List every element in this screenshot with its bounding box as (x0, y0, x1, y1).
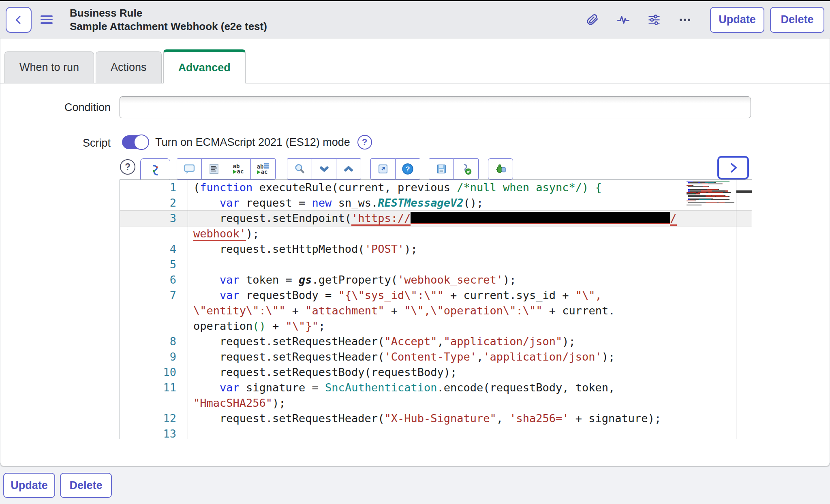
code-text: request.setEndpoint('https:/// (188, 211, 677, 226)
find-previous-button[interactable] (336, 158, 361, 179)
line-number (120, 226, 188, 241)
code-line: 4request.setHttpMethod('POST'); (120, 241, 752, 257)
code-line: 6var token = gs.getProperty('webhook_sec… (120, 272, 752, 288)
chevron-left-icon (13, 14, 25, 26)
attachment-icon[interactable] (584, 12, 601, 28)
line-number: 9 (120, 349, 188, 365)
expand-editor-button[interactable] (717, 156, 749, 179)
code-text: var requestBody = "{\"sys_id\":\"" + cur… (188, 288, 602, 303)
code-text: var signature = SncAuthentication.encode… (188, 380, 615, 395)
editor-minimap[interactable] (687, 181, 736, 206)
line-number (120, 318, 188, 334)
business-rule-form: Business Rule Sample Attachment Webhook … (0, 0, 830, 504)
script-code-editor[interactable]: 1(function executeRule(current, previous… (120, 179, 752, 439)
tab-bar: When to run Actions Advanced (0, 49, 830, 83)
code-line: webhook'); (120, 226, 752, 241)
code-line: 3request.setEndpoint('https:/// (120, 211, 752, 226)
code-line: 13 (120, 426, 752, 439)
line-number: 6 (120, 272, 188, 288)
line-number: 11 (120, 380, 188, 395)
code-text (188, 257, 193, 272)
format-code-button[interactable] (201, 158, 227, 179)
line-number: 3 (120, 211, 188, 226)
record-type-title: Business Rule (70, 6, 267, 20)
record-name-title: Sample Attachment Webhook (e2e test) (70, 20, 267, 33)
script-label: Script (0, 137, 111, 149)
editor-help-icon[interactable]: ? (120, 159, 135, 175)
help-circle-blue-icon: ? (401, 162, 414, 175)
chevron-up-icon (342, 163, 355, 175)
tab-advanced[interactable]: Advanced (163, 49, 246, 83)
chevron-down-icon (318, 163, 330, 175)
condition-input[interactable] (120, 96, 751, 118)
toggle-comment-button[interactable] (177, 158, 202, 179)
activity-stream-icon[interactable] (615, 12, 631, 28)
code-text: (function executeRule(current, previous … (188, 180, 602, 195)
back-button[interactable] (6, 7, 32, 33)
script-scroll-icon (149, 164, 162, 177)
replace-all-button[interactable]: abac (250, 158, 276, 179)
tab-when-to-run[interactable]: When to run (4, 51, 94, 83)
update-button-header[interactable]: Update (710, 7, 764, 33)
code-text: var request = new sn_ws.RESTMessageV2(); (188, 195, 483, 211)
form-header: Business Rule Sample Attachment Webhook … (0, 1, 830, 38)
ecmascript-mode-toggle[interactable] (122, 135, 148, 149)
line-number: 5 (120, 257, 188, 272)
editor-scrollbar[interactable] (736, 180, 752, 439)
line-number: 8 (120, 334, 188, 349)
save-floppy-icon (435, 163, 447, 175)
toggle-syntax-editor-button[interactable] (140, 158, 170, 182)
scrollbar-thumb[interactable] (736, 190, 752, 193)
code-text (188, 426, 193, 439)
replace-button[interactable]: abac (226, 158, 251, 179)
line-number: 2 (120, 195, 188, 211)
code-text: \"entity\":\"" + "attachment" + "\",\"op… (188, 303, 615, 318)
form-footer: Update Delete (0, 467, 830, 504)
more-options-icon[interactable] (677, 12, 693, 28)
code-line: 1(function executeRule(current, previous… (120, 180, 752, 195)
line-number: 12 (120, 411, 188, 426)
context-menu-icon[interactable] (41, 15, 53, 24)
debug-button[interactable] (488, 158, 513, 179)
top-border (0, 0, 830, 1)
line-number: 13 (120, 426, 188, 439)
line-number: 4 (120, 241, 188, 257)
code-lines: 1(function executeRule(current, previous… (120, 180, 752, 439)
code-line: 2var request = new sn_ws.RESTMessageV2()… (120, 195, 752, 211)
code-line: 11var signature = SncAuthentication.enco… (120, 380, 752, 395)
delete-button-footer[interactable]: Delete (60, 473, 112, 498)
update-button-footer[interactable]: Update (3, 473, 55, 498)
editor-help-button[interactable]: ? (395, 158, 420, 179)
tab-actions[interactable]: Actions (96, 51, 162, 83)
es-mode-help-icon[interactable]: ? (357, 135, 372, 149)
open-in-window-button[interactable] (370, 158, 396, 179)
popout-icon (377, 163, 389, 175)
code-line: 12request.setRequestHeader("X-Hub-Signat… (120, 411, 752, 426)
delete-button-header[interactable]: Delete (770, 7, 824, 33)
condition-label: Condition (0, 101, 111, 114)
personalize-filter-icon[interactable] (646, 12, 662, 28)
search-icon (293, 162, 306, 175)
code-line: \"entity\":\"" + "attachment" + "\",\"op… (120, 303, 752, 318)
es-mode-toggle-row: Turn on ECMAScript 2021 (ES12) mode ? (122, 135, 372, 149)
code-text: request.setRequestHeader('Content-Type',… (188, 349, 615, 365)
gutter-separator (188, 180, 188, 439)
code-text: "HmacSHA256"); (188, 395, 286, 411)
syntax-check-button[interactable] (454, 158, 479, 179)
replace-all-icon: abac (257, 163, 269, 175)
chevron-right-icon (726, 161, 740, 175)
ecmascript-mode-label: Turn on ECMAScript 2021 (ES12) mode (155, 136, 350, 149)
code-line: 8request.setRequestHeader("Accept","appl… (120, 334, 752, 349)
save-button[interactable] (429, 158, 454, 179)
replace-icon: abac (233, 164, 244, 174)
line-number: 10 (120, 365, 188, 380)
line-number (120, 395, 188, 411)
code-line: 10request.setRequestBody(requestBody); (120, 365, 752, 380)
code-text: var token = gs.getProperty('webhook_secr… (188, 272, 516, 288)
search-button[interactable] (287, 158, 312, 179)
code-text: request.setRequestHeader("Accept","appli… (188, 334, 575, 349)
header-icons (584, 12, 693, 28)
redacted-url (411, 212, 670, 224)
line-number: 1 (120, 180, 188, 195)
find-next-button[interactable] (312, 158, 337, 179)
